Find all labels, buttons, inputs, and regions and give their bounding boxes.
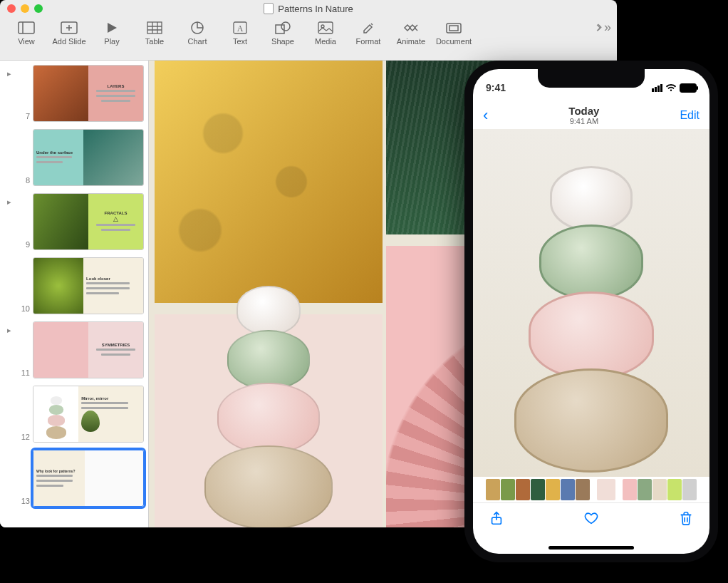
photo-date: Today: [568, 105, 599, 118]
media-icon: [316, 20, 336, 36]
window-title-text: Patterns In Nature: [278, 4, 353, 14]
animate-button[interactable]: Animate: [390, 20, 432, 46]
plus-icon: [59, 20, 79, 36]
text-button[interactable]: A Text: [219, 20, 261, 46]
slide-title: Mirror, mirror: [81, 396, 108, 401]
signal-icon: [652, 84, 662, 92]
slide-navigator[interactable]: ▸ 7 LAYERS 8 Under the surface: [0, 61, 149, 527]
format-button[interactable]: Format: [348, 20, 389, 46]
slide-thumbnail[interactable]: 12 Mirror, mirror: [4, 386, 144, 443]
svg-rect-0: [19, 22, 34, 33]
edit-button[interactable]: Edit: [680, 109, 700, 122]
svg-rect-19: [449, 26, 458, 31]
wifi-icon: [665, 83, 677, 92]
photos-nav-bar: ‹ Today 9:41 AM Edit: [473, 102, 709, 129]
svg-rect-18: [447, 24, 461, 33]
view-icon: [16, 20, 36, 36]
slide-title: Why look for patterns?: [36, 469, 75, 473]
slide-title: Look closer: [86, 277, 110, 281]
add-slide-button[interactable]: Add Slide: [48, 20, 90, 46]
slide-thumbnail[interactable]: ▸ 11 SYMMETRIES: [4, 321, 144, 378]
photo-viewer[interactable]: [473, 129, 709, 477]
minimize-button[interactable]: [21, 4, 29, 13]
animate-label: Animate: [397, 37, 425, 46]
battery-icon: [680, 83, 697, 93]
slide-number: 13: [17, 497, 30, 505]
slide-thumbnail[interactable]: 13 Why look for patterns?: [4, 450, 144, 507]
share-button[interactable]: [489, 510, 504, 528]
slide-thumbnail[interactable]: 8 Under the surface: [4, 129, 144, 186]
window-title: Patterns In Nature: [0, 3, 617, 14]
svg-rect-16: [318, 22, 333, 33]
document-icon: [264, 3, 274, 14]
status-time: 9:41: [486, 82, 506, 93]
chart-label: Chart: [188, 37, 207, 46]
disclosure-triangle-icon[interactable]: ▸: [4, 197, 14, 207]
favorite-button[interactable]: [583, 510, 599, 528]
play-icon: [102, 20, 122, 36]
slide-thumbnail[interactable]: ▸ 7 LAYERS: [4, 65, 144, 122]
delete-button[interactable]: [678, 510, 694, 528]
slide-number: 9: [17, 240, 30, 249]
table-icon: [145, 20, 165, 36]
shape-icon: [273, 20, 293, 36]
back-button[interactable]: ‹: [483, 106, 488, 125]
slide-image-urchins[interactable]: [155, 314, 383, 527]
chart-icon: [187, 20, 207, 36]
notch: [538, 69, 645, 88]
view-button[interactable]: View: [6, 20, 47, 46]
slide-number: 8: [17, 176, 30, 185]
close-button[interactable]: [7, 4, 16, 13]
slide-number: 12: [17, 433, 30, 441]
iphone-device: 9:41 ‹ Today 9:41 AM Edit: [464, 61, 718, 562]
document-label: Document: [436, 37, 472, 46]
slide-number: 10: [17, 304, 30, 313]
slide-title: Under the surface: [36, 150, 73, 155]
media-label: Media: [315, 37, 336, 46]
titlebar: Patterns In Nature: [0, 0, 617, 17]
slide-title: LAYERS: [108, 84, 125, 88]
view-label: View: [18, 37, 35, 46]
home-indicator[interactable]: [548, 546, 634, 550]
photo-scrubber[interactable]: [473, 477, 709, 502]
window-controls: [7, 4, 43, 13]
disclosure-triangle-icon[interactable]: ▸: [4, 69, 14, 78]
play-label: Play: [104, 37, 119, 46]
text-icon: A: [230, 20, 250, 36]
text-label: Text: [233, 37, 247, 46]
slide-title: SYMMETRIES: [102, 343, 130, 347]
svg-text:A: A: [237, 24, 244, 33]
photo-content: [514, 166, 668, 473]
zoom-button[interactable]: [34, 4, 43, 13]
slide-thumbnail[interactable]: 10 Look closer: [4, 257, 144, 314]
svg-point-15: [281, 22, 290, 31]
play-button[interactable]: Play: [91, 20, 132, 46]
slide-thumbnail[interactable]: ▸ 9 FRACTALS△: [4, 193, 144, 250]
slide-number: 11: [17, 368, 30, 377]
photo-title: Today 9:41 AM: [568, 105, 599, 126]
format-label: Format: [356, 37, 381, 46]
chart-button[interactable]: Chart: [177, 20, 218, 46]
document-button[interactable]: Document: [433, 20, 474, 46]
slide-image-honeycomb[interactable]: [155, 61, 383, 303]
toolbar: View Add Slide Play Table: [0, 17, 617, 61]
shape-button[interactable]: Shape: [262, 20, 303, 46]
animate-icon: [401, 20, 421, 36]
media-button[interactable]: Media: [305, 20, 346, 46]
photos-toolbar: [473, 502, 709, 535]
slide-number: 7: [17, 112, 30, 120]
shape-label: Shape: [271, 37, 294, 46]
toolbar-overflow-button[interactable]: »: [594, 20, 611, 35]
svg-rect-6: [147, 22, 162, 33]
document-icon: [444, 20, 464, 36]
table-label: Table: [145, 37, 164, 46]
svg-marker-5: [108, 23, 117, 33]
add-slide-label: Add Slide: [52, 37, 85, 46]
format-icon: [358, 20, 378, 36]
disclosure-triangle-icon[interactable]: ▸: [4, 326, 14, 335]
table-button[interactable]: Table: [134, 20, 175, 46]
photo-time: 9:41 AM: [568, 117, 599, 125]
